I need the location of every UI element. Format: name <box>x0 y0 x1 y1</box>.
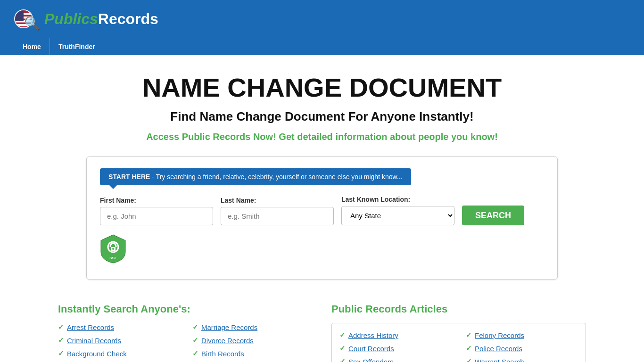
logo-records: Records <box>98 10 158 27</box>
articles-title: Public Records Articles <box>331 303 586 315</box>
marriage-records-link[interactable]: Marriage Records <box>201 323 257 331</box>
list-item: ✓ Divorce Records <box>192 336 313 345</box>
first-name-group: First Name: <box>100 197 213 225</box>
svg-rect-6 <box>15 10 24 21</box>
last-name-input[interactable] <box>221 207 334 225</box>
check-icon: ✓ <box>58 349 64 358</box>
check-icon: ✓ <box>466 344 472 353</box>
nav-truthfinder[interactable]: TruthFinder <box>50 38 104 55</box>
list-item: ✓ Court Records <box>339 344 452 353</box>
header: 🔍 PublicsRecords <box>0 0 644 38</box>
nav-home[interactable]: Home <box>14 38 50 55</box>
location-group: Last Known Location: Any State AlabamaAl… <box>341 196 454 225</box>
background-check-link[interactable]: Background Check <box>67 350 127 358</box>
ssl-badge: SSL <box>100 234 544 266</box>
list-item: ✓ Warrant Search <box>466 357 578 362</box>
main-content: NAME CHANGE DOCUMENT Find Name Change Do… <box>39 55 605 298</box>
list-item: ✓ Police Records <box>466 344 578 353</box>
last-name-group: Last Name: <box>221 197 334 225</box>
first-name-label: First Name: <box>100 197 213 204</box>
start-here-bold: START HERE <box>108 173 150 181</box>
logo-publics: Publics <box>44 10 98 27</box>
search-button[interactable]: SEARCH <box>462 206 524 225</box>
check-icon: ✓ <box>339 357 346 362</box>
felony-records-link[interactable]: Felony Records <box>475 331 524 339</box>
list-item: ✓ Arrest Records <box>58 323 178 331</box>
instantly-links: ✓ Arrest Records ✓ Marriage Records ✓ Cr… <box>58 323 313 362</box>
police-records-link[interactable]: Police Records <box>475 345 522 353</box>
warrant-search-link[interactable]: Warrant Search <box>475 358 524 362</box>
check-icon: ✓ <box>339 331 346 339</box>
first-name-input[interactable] <box>100 207 213 225</box>
check-icon: ✓ <box>58 323 64 331</box>
logo-text: PublicsRecords <box>44 10 158 28</box>
list-item: ✓ Marriage Records <box>192 323 313 331</box>
svg-text:SSL: SSL <box>109 256 117 260</box>
bottom-section: Instantly Search Anyone's: ✓ Arrest Reco… <box>39 298 605 362</box>
list-item: ✓ Criminal Records <box>58 336 178 345</box>
check-icon: ✓ <box>466 357 472 362</box>
list-item: ✓ Birth Records <box>192 349 313 358</box>
search-box: START HERE - Try searching a friend, rel… <box>86 156 558 280</box>
start-here-text: - Try searching a friend, relative, cele… <box>152 173 402 181</box>
last-name-label: Last Name: <box>221 197 334 204</box>
instantly-title: Instantly Search Anyone's: <box>58 303 313 315</box>
check-icon: ✓ <box>192 323 198 331</box>
check-icon: ✓ <box>58 336 64 345</box>
nav-bar: Home TruthFinder <box>0 38 644 55</box>
criminal-records-link[interactable]: Criminal Records <box>67 337 121 345</box>
instantly-section: Instantly Search Anyone's: ✓ Arrest Reco… <box>58 303 313 362</box>
check-icon: ✓ <box>339 344 346 353</box>
form-row: First Name: Last Name: Last Known Locati… <box>100 196 544 225</box>
check-icon: ✓ <box>192 336 198 345</box>
check-icon: ✓ <box>192 349 198 358</box>
articles-box: ✓ Address History ✓ Felony Records ✓ Cou… <box>331 323 586 362</box>
list-item: ✓ Sex Offenders <box>339 357 452 362</box>
list-item: ✓ Felony Records <box>466 331 578 339</box>
location-label: Last Known Location: <box>341 196 454 203</box>
articles-grid: ✓ Address History ✓ Felony Records ✓ Cou… <box>339 331 578 362</box>
page-subtitle: Find Name Change Document For Anyone Ins… <box>49 109 595 124</box>
sex-offenders-link[interactable]: Sex Offenders <box>348 358 394 362</box>
page-title: NAME CHANGE DOCUMENT <box>49 72 595 103</box>
magnifier-icon: 🔍 <box>24 16 41 31</box>
svg-point-9 <box>112 248 114 250</box>
logo[interactable]: 🔍 PublicsRecords <box>14 6 158 32</box>
ssl-shield-icon: SSL <box>100 234 126 264</box>
page-accent: Access Public Records Now! Get detailed … <box>49 132 595 142</box>
check-icon: ✓ <box>466 331 472 339</box>
articles-section: Public Records Articles ✓ Address Histor… <box>331 303 586 362</box>
court-records-link[interactable]: Court Records <box>348 345 394 353</box>
state-select[interactable]: Any State AlabamaAlaskaArizona ArkansasC… <box>341 206 454 225</box>
start-banner: START HERE - Try searching a friend, rel… <box>100 168 411 185</box>
birth-records-link[interactable]: Birth Records <box>201 350 244 358</box>
arrest-records-link[interactable]: Arrest Records <box>67 323 114 331</box>
list-item: ✓ Address History <box>339 331 452 339</box>
divorce-records-link[interactable]: Divorce Records <box>201 337 254 345</box>
list-item: ✓ Background Check <box>58 349 178 358</box>
address-history-link[interactable]: Address History <box>348 331 398 339</box>
